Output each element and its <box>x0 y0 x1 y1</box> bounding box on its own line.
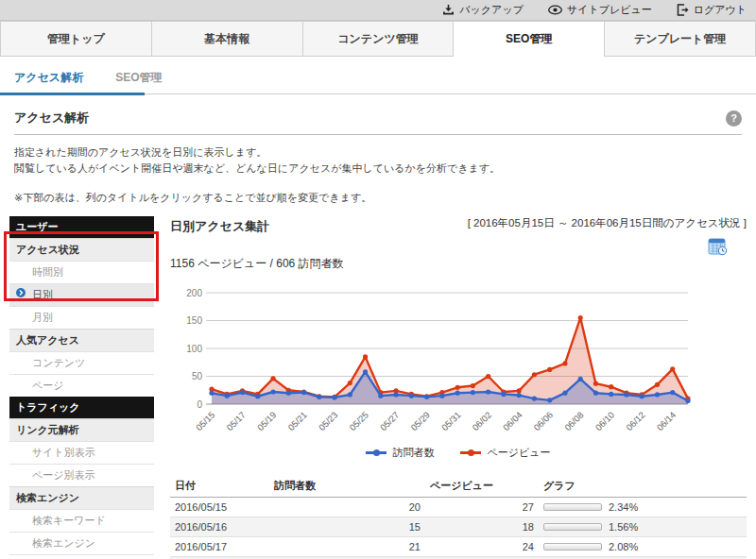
cell-pageviews: 18 <box>425 517 539 537</box>
subnav-items: アクセス解析SEO管理 <box>14 68 194 84</box>
percent-label: 2.08% <box>609 541 638 552</box>
topbar-item-label: バックアップ <box>459 3 524 17</box>
daily-access-table: 日付訪問者数ページビューグラフ 2016/05/1520272.34%2016/… <box>170 475 747 559</box>
sidebar-item[interactable]: 時間別 <box>9 261 154 283</box>
svg-text:05/27: 05/27 <box>378 410 402 433</box>
cell-pageviews: 27 <box>425 498 539 517</box>
svg-text:50: 50 <box>192 371 203 381</box>
content-area: 日別アクセス集計 [ 2016年05月15日 ～ 2016年06月15日間のアク… <box>170 216 747 559</box>
calendar-icon[interactable] <box>708 237 728 260</box>
sidebar-item[interactable]: ページ <box>9 374 154 397</box>
svg-text:06/14: 06/14 <box>655 410 679 433</box>
topbar-item[interactable]: サイトプレビュー <box>548 3 652 17</box>
percent-bar <box>543 503 602 511</box>
svg-text:05/31: 05/31 <box>439 410 463 433</box>
table-sort-header[interactable]: 訪問者数 <box>269 475 425 498</box>
sidebar-section-header: ユーザー <box>9 216 154 238</box>
topbar-items: バックアップサイトプレビューログアウト <box>442 3 747 17</box>
svg-text:06/06: 06/06 <box>531 410 555 433</box>
table-body: 2016/05/1520272.34%2016/05/1615181.56%20… <box>170 498 747 559</box>
sidebar-group-title: アクセス状況 <box>9 238 154 261</box>
legend-swatch-icon <box>460 451 481 454</box>
chevron-right-circle-icon <box>16 288 26 299</box>
page-note: ※下部の表は、列のタイトルをクリックすることで並び順を変更できます。 <box>14 191 742 205</box>
report-title: 日別アクセス集計 <box>170 216 269 235</box>
eye-icon <box>548 5 562 15</box>
sidebar-item[interactable]: 月別 <box>9 306 154 329</box>
svg-text:05/17: 05/17 <box>224 410 248 433</box>
sidebar-item[interactable]: 日別 <box>9 283 154 306</box>
table-sort-header[interactable]: 日付 <box>170 475 269 498</box>
svg-text:06/10: 06/10 <box>593 410 617 433</box>
sidebar-item[interactable]: エージェント <box>9 554 154 559</box>
svg-text:150: 150 <box>186 315 202 326</box>
tab[interactable]: 基本情報 <box>151 21 303 56</box>
cell-graph: 2.34% <box>539 498 747 517</box>
report-period: [ 2016年05月15日 ～ 2016年06月15日間のアクセス状況 ] <box>468 216 747 230</box>
sidebar-item-label: 検索エンジン <box>32 537 95 549</box>
sidebar-item[interactable]: 検索キーワード <box>9 509 154 532</box>
table-row: 2016/05/1520272.34% <box>170 498 747 517</box>
cell-graph: 1.56% <box>539 517 747 537</box>
svg-text:06/02: 06/02 <box>470 410 493 433</box>
cell-visitors: 21 <box>269 537 425 557</box>
svg-text:05/21: 05/21 <box>285 410 309 433</box>
cell-visitors: 15 <box>269 517 425 537</box>
description-line: 指定された期間のアクセス状況を日別に表示します。 <box>14 144 742 161</box>
chart-canvas: 05010015020005/1505/1705/1905/2105/2305/… <box>170 281 699 444</box>
sidebar-section-header: トラフィック <box>9 397 154 418</box>
svg-text:05/29: 05/29 <box>408 410 432 433</box>
svg-text:06/08: 06/08 <box>562 410 586 433</box>
tab[interactable]: SEO管理 <box>453 21 605 56</box>
topbar-item[interactable]: ログアウト <box>677 3 747 17</box>
sidebar-list: ユーザーアクセス状況時間別日別月別人気アクセスコンテンツページトラフィックリンク… <box>9 216 154 559</box>
sidebar-item-label: 日別 <box>32 289 53 300</box>
sidebar-item-label: 月別 <box>32 312 53 323</box>
table-row: 2016/05/1721242.08% <box>170 537 747 557</box>
help-icon[interactable]: ? <box>726 110 742 127</box>
cell-date: 2016/05/17 <box>170 537 269 557</box>
topbar-item-label: ログアウト <box>694 3 747 17</box>
subnav-item[interactable]: SEO管理 <box>115 70 162 86</box>
subnav-item[interactable]: アクセス解析 <box>14 70 83 86</box>
percent-label: 2.34% <box>609 501 638 513</box>
svg-text:200: 200 <box>186 288 202 298</box>
legend-label: 訪問者数 <box>392 446 434 460</box>
svg-text:05/19: 05/19 <box>255 410 279 433</box>
download-icon <box>442 4 455 16</box>
subnav: アクセス解析SEO管理 <box>0 57 756 94</box>
sidebar-group-title: 人気アクセス <box>9 329 154 351</box>
table-sort-header[interactable]: グラフ <box>539 475 747 498</box>
sidebar-item[interactable]: コンテンツ <box>9 351 154 374</box>
cell-visitors: 20 <box>269 498 425 517</box>
sidebar-item[interactable]: サイト別表示 <box>9 441 154 464</box>
sidebar-item-label: ページ別表示 <box>32 469 95 481</box>
topbar: バックアップサイトプレビューログアウト <box>0 0 756 21</box>
tab[interactable]: コンテンツ管理 <box>302 21 455 56</box>
cell-graph: 2.08% <box>539 537 747 557</box>
main-tab-bar: 管理トップ基本情報コンテンツ管理SEO管理テンプレート管理 <box>0 21 756 57</box>
page-description: 指定された期間のアクセス状況を日別に表示します。 閲覧している人がイベント開催日… <box>14 144 742 177</box>
sidebar-menu: ユーザーアクセス状況時間別日別月別人気アクセスコンテンツページトラフィックリンク… <box>9 216 154 559</box>
sidebar-item-label: 時間別 <box>32 266 63 278</box>
sidebar-item[interactable]: ページ別表示 <box>9 464 154 486</box>
sidebar-item-label: ページ <box>32 380 64 391</box>
sidebar-item[interactable]: 検索エンジン <box>9 532 154 554</box>
topbar-item[interactable]: バックアップ <box>442 3 524 17</box>
percent-label: 1.56% <box>609 521 638 533</box>
sidebar-item-label: サイト別表示 <box>32 447 95 458</box>
chart-legend: 訪問者数ページビュー <box>170 446 747 460</box>
tab[interactable]: テンプレート管理 <box>604 21 756 56</box>
cell-date: 2016/05/15 <box>170 498 269 517</box>
svg-text:06/12: 06/12 <box>624 410 647 433</box>
svg-text:100: 100 <box>186 344 202 354</box>
tab[interactable]: 管理トップ <box>0 21 152 56</box>
sidebar-group-title: 検索エンジン <box>9 486 154 509</box>
svg-text:05/25: 05/25 <box>347 410 370 433</box>
cell-date: 2016/05/16 <box>170 517 269 537</box>
logout-icon <box>677 4 689 16</box>
sidebar-group-title: リンク元解析 <box>9 418 154 441</box>
sidebar-item-label: 検索キーワード <box>32 515 106 526</box>
page-header: アクセス解析 ? 指定された期間のアクセス状況を日別に表示します。 閲覧している… <box>0 94 756 205</box>
table-sort-header[interactable]: ページビュー <box>425 475 539 498</box>
